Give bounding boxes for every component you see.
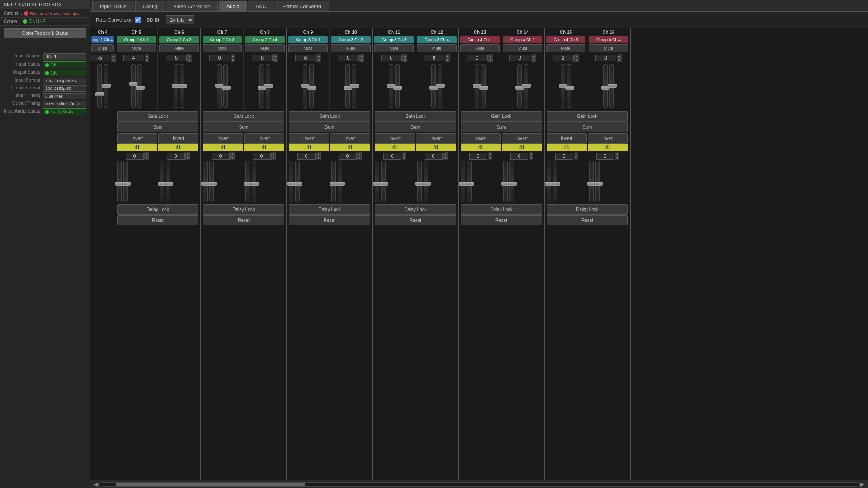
pair4-left-mute[interactable]: Mute: [374, 44, 414, 52]
pair3-bn-up-l[interactable]: ▲: [316, 152, 321, 156]
pair3-reset[interactable]: Reset: [289, 215, 370, 225]
pair3-bn-dn-r[interactable]: ▼: [357, 156, 362, 160]
pair5-left-f1[interactable]: [475, 64, 479, 108]
pair4-bn-up-l[interactable]: ▲: [402, 152, 407, 156]
pair3-right-gain[interactable]: [338, 55, 359, 61]
sum-ch5ch6[interactable]: Sum: [117, 122, 198, 132]
pair5-bn-up-r[interactable]: ▲: [529, 152, 534, 156]
pair5-right-spin-up[interactable]: ▲: [531, 54, 536, 58]
pair6-right-f1[interactable]: [603, 64, 608, 108]
pair5-gain-lock[interactable]: Gain Lock: [461, 111, 542, 122]
pair6-right-group[interactable]: Group 4 Ch 4: [589, 36, 628, 43]
bottom-spin-up-l-ch5ch6[interactable]: ▲: [144, 152, 149, 156]
pair2-invert-r[interactable]: Invert: [244, 133, 284, 144]
pair4-bn-up-r[interactable]: ▲: [443, 152, 448, 156]
pair2-right-f2[interactable]: [266, 64, 270, 108]
tab-audio[interactable]: Audio: [219, 1, 247, 11]
bottom-spin-dn-l-ch5ch6[interactable]: ▼: [144, 156, 149, 160]
pair2-right-spin-up[interactable]: ▲: [273, 54, 278, 58]
pair5-left-f2[interactable]: [481, 64, 486, 108]
pair5-bn-input-l[interactable]: [469, 153, 487, 160]
pair2-bn-dn-l[interactable]: ▼: [230, 156, 235, 160]
pair4-reset[interactable]: Reset: [375, 215, 456, 225]
pair2-reset[interactable]: Reset: [203, 215, 284, 225]
pair5-bfr-f2[interactable]: [509, 161, 514, 202]
pair2-bn-input-l[interactable]: [212, 153, 230, 160]
pair2-left-spin-up[interactable]: ▲: [231, 54, 236, 58]
scroll-right-arrow[interactable]: ▶: [859, 481, 866, 488]
invert-r-ch5ch6[interactable]: Invert: [158, 133, 198, 144]
pair2-bn-dn-r[interactable]: ▼: [271, 156, 276, 160]
pair6-invert-r[interactable]: Invert: [588, 133, 628, 144]
pair6-left-spin-up[interactable]: ▲: [574, 54, 579, 58]
pair3-right-spin-dn[interactable]: ▼: [359, 58, 364, 62]
pair5-reset[interactable]: Reset: [461, 215, 542, 225]
pair5-right-spin-dn[interactable]: ▼: [531, 58, 536, 62]
pair4-right-group[interactable]: Group 3 Ch 4: [417, 36, 457, 43]
pair5-delay-lock[interactable]: Delay Lock: [461, 204, 542, 215]
pair5-right-f2[interactable]: [524, 64, 528, 108]
pair5-bfl-f2[interactable]: [467, 161, 472, 202]
pair6-left-spin-dn[interactable]: ▼: [574, 58, 579, 62]
tab-input-status[interactable]: Input Status: [92, 1, 134, 11]
pair3-bfl-f1[interactable]: [289, 161, 293, 202]
pair2-bn-up-r[interactable]: ▲: [271, 152, 276, 156]
pair6-bn-input-l[interactable]: [555, 153, 573, 160]
scrollbar-track[interactable]: [100, 482, 859, 487]
bottom-fader2-l-ch5ch6[interactable]: [123, 161, 128, 202]
pair4-bfr-f2[interactable]: [424, 161, 428, 202]
pair6-left-f1[interactable]: [561, 64, 565, 108]
pair3-bn-up-r[interactable]: ▲: [357, 152, 362, 156]
pair6-bn-dn-l[interactable]: ▼: [574, 156, 579, 160]
pair4-right-f1[interactable]: [431, 64, 436, 108]
pair4-left-gain[interactable]: [381, 55, 402, 61]
ch5-fader2[interactable]: [137, 64, 142, 108]
tab-format-converter[interactable]: Format Converter: [275, 1, 329, 11]
pair4-right-spin-dn[interactable]: ▼: [445, 58, 450, 62]
pair2-delay-lock[interactable]: Delay Lock: [203, 204, 284, 215]
pair3-invert-l[interactable]: Invert: [289, 133, 329, 144]
ch5-gain[interactable]: [123, 55, 144, 61]
pair2-left-mute[interactable]: Mute: [203, 44, 242, 52]
ch4-mute-stub[interactable]: Mute: [91, 44, 114, 52]
pair6-gain-lock[interactable]: Gain Lock: [547, 111, 628, 122]
pair6-sum[interactable]: Sum: [547, 122, 628, 132]
pair5-left-group[interactable]: Group 4 Ch 1: [460, 36, 500, 43]
pair6-bn-input-r[interactable]: [596, 153, 614, 160]
pair5-left-gain[interactable]: [467, 55, 488, 61]
pair2-bfl-f2[interactable]: [209, 161, 214, 202]
pair2-invert-l[interactable]: Invert: [203, 133, 243, 144]
pair3-sum[interactable]: Sum: [289, 122, 370, 132]
pair5-right-group[interactable]: Group 4 Ch 2: [503, 36, 542, 43]
pair4-left-f1[interactable]: [389, 64, 393, 108]
pair5-invert-l[interactable]: Invert: [461, 133, 501, 144]
pair6-bn-dn-r[interactable]: ▼: [615, 156, 620, 160]
pair5-bfl-f1[interactable]: [461, 161, 465, 202]
ch5-group-label[interactable]: Group 2 Ch 1: [117, 36, 156, 43]
pair3-right-f1[interactable]: [345, 64, 350, 108]
pair2-left-group[interactable]: Group 2 Ch 3: [203, 36, 242, 43]
pair4-gain-lock[interactable]: Gain Lock: [375, 111, 456, 122]
pair4-bn-dn-l[interactable]: ▼: [402, 156, 407, 160]
pair5-right-f1[interactable]: [517, 64, 522, 108]
pair4-invert-l[interactable]: Invert: [375, 133, 415, 144]
ch5-mute[interactable]: Mute: [117, 44, 156, 52]
pair2-bn-input-r[interactable]: [253, 153, 271, 160]
pair6-invert-l[interactable]: Invert: [547, 133, 587, 144]
pair5-left-spin-up[interactable]: ▲: [488, 54, 493, 58]
pair4-bn-input-l[interactable]: [383, 153, 401, 160]
pair2-sum[interactable]: Sum: [203, 122, 284, 132]
pair2-left-f2[interactable]: [223, 64, 228, 108]
pair5-bn-up-l[interactable]: ▲: [488, 152, 493, 156]
pair3-right-group[interactable]: Group 3 Ch 2: [331, 36, 371, 43]
pair3-right-spin-up[interactable]: ▲: [359, 54, 364, 58]
pair4-bfl-f1[interactable]: [375, 161, 379, 202]
pair2-left-spin-dn[interactable]: ▼: [231, 58, 236, 62]
bottom-fader2-r-ch5ch6[interactable]: [166, 161, 170, 202]
pair3-bn-input-l[interactable]: [297, 153, 316, 160]
pair6-left-f2[interactable]: [567, 64, 571, 108]
pair4-right-f2[interactable]: [438, 64, 442, 108]
pair5-bn-input-r[interactable]: [510, 153, 528, 160]
pair6-right-mute[interactable]: Mute: [589, 44, 628, 52]
pair4-invert-r[interactable]: Invert: [416, 133, 456, 144]
